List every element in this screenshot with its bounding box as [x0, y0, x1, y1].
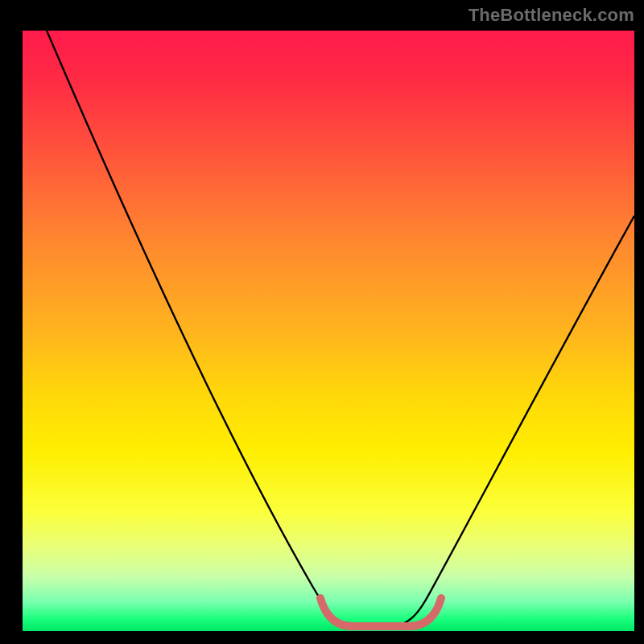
optimum-range-marker	[320, 598, 441, 626]
bottleneck-curve-path	[47, 31, 634, 628]
plot-area	[23, 31, 634, 631]
watermark-text: TheBottleneck.com	[469, 5, 634, 26]
curve-overlay	[23, 31, 634, 631]
chart-stage: TheBottleneck.com	[0, 0, 644, 644]
